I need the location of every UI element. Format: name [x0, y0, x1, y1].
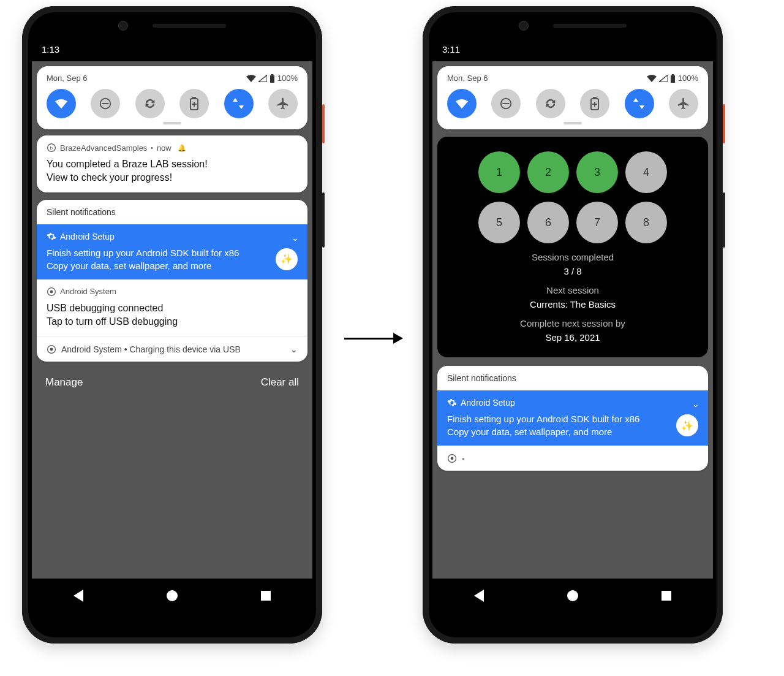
charging-text: Android System • Charging this device vi… — [61, 344, 285, 354]
magic-wand-icon: ✨ — [276, 248, 298, 270]
notification-collapsed[interactable]: ● — [437, 446, 708, 471]
earpiece-icon — [553, 24, 627, 28]
svg-point-23 — [451, 457, 454, 460]
notification-shade[interactable]: Mon, Sep 6 100% 1234 5678 Sessions compl… — [432, 61, 713, 579]
nav-back-icon[interactable] — [474, 590, 484, 602]
qs-tile-wifi[interactable] — [447, 89, 477, 118]
notif-title: You completed a Braze LAB session! — [47, 158, 298, 171]
phone-power-button — [322, 104, 325, 143]
app-icon: b — [47, 143, 56, 153]
svg-point-13 — [50, 347, 53, 351]
setup-header: Android Setup — [60, 232, 115, 241]
chevron-down-icon[interactable]: ⌄ — [290, 344, 298, 354]
nav-back-icon[interactable] — [74, 590, 83, 602]
status-bar: 3:11 — [432, 37, 713, 61]
qs-tile-data[interactable] — [224, 89, 254, 118]
earpiece-row — [423, 20, 723, 32]
due-value: Sep 16, 2021 — [545, 332, 600, 343]
notification-shade[interactable]: Mon, Sep 6 100% b BrazeAdvancedSam — [32, 61, 312, 579]
arrow-line — [344, 338, 393, 340]
screen-right: 3:11 Mon, Sep 6 100% 1234 — [432, 37, 713, 613]
phone-volume-button — [322, 192, 325, 248]
qs-tile-rotate[interactable] — [135, 89, 165, 118]
battery-text: 100% — [678, 74, 698, 83]
earpiece-row — [22, 20, 322, 32]
qs-tile-data[interactable] — [625, 89, 654, 118]
cell-icon — [258, 75, 267, 82]
clear-all-button[interactable]: Clear all — [261, 376, 299, 389]
front-camera-icon — [118, 21, 128, 31]
wifi-icon — [246, 75, 256, 82]
clock-text: 1:13 — [42, 44, 59, 55]
qs-tiles — [447, 89, 698, 118]
notification-progress[interactable]: 1234 5678 Sessions completed 3 / 8 Next … — [437, 137, 708, 357]
dot-icon: • — [151, 145, 153, 151]
gear-icon — [447, 398, 457, 408]
notif-app-name: BrazeAdvancedSamples — [60, 143, 147, 153]
android-system-icon — [47, 344, 56, 354]
data-icon — [633, 97, 646, 110]
qs-tile-wifi[interactable] — [47, 89, 76, 118]
navigation-bar — [432, 579, 713, 613]
svg-rect-5 — [192, 97, 196, 99]
qs-status-icons: 100% — [647, 74, 698, 83]
qs-handle[interactable] — [564, 122, 582, 124]
qs-tile-battery-saver[interactable] — [179, 89, 209, 118]
progress-row-2: 5678 — [478, 202, 667, 243]
progress-dot-2: 2 — [527, 151, 569, 193]
progress-dot-3: 3 — [576, 151, 618, 193]
setup-line2: Copy your data, set wallpaper, and more — [447, 425, 639, 438]
notification-braze[interactable]: b BrazeAdvancedSamples • now 🔔 You compl… — [37, 135, 307, 192]
next-session-label: Next session — [546, 285, 599, 295]
svg-point-11 — [50, 290, 53, 293]
transition-arrow — [344, 331, 403, 346]
qs-tile-battery-saver[interactable] — [580, 89, 609, 118]
cell-icon — [659, 75, 668, 82]
progress-row-1: 1234 — [478, 151, 667, 193]
nav-home-icon[interactable] — [567, 590, 578, 601]
dot-icon: ● — [462, 456, 465, 461]
svg-rect-0 — [270, 75, 274, 82]
qs-tile-dnd[interactable] — [91, 89, 120, 118]
airplane-icon — [677, 97, 690, 110]
notification-android-setup[interactable]: Android Setup ⌄ Finish setting up your A… — [437, 390, 708, 446]
front-camera-icon — [519, 21, 529, 31]
phone-power-button — [723, 104, 725, 143]
quick-settings-card[interactable]: Mon, Sep 6 100% — [437, 66, 708, 129]
progress-dot-8: 8 — [625, 202, 667, 243]
manage-button[interactable]: Manage — [45, 376, 83, 389]
magic-wand-icon: ✨ — [676, 414, 698, 436]
nav-recents-icon[interactable] — [261, 591, 271, 601]
qs-tile-rotate[interactable] — [536, 89, 565, 118]
chevron-down-icon[interactable]: ⌄ — [692, 399, 699, 409]
screen-left: 1:13 Mon, Sep 6 100% — [32, 37, 312, 613]
navigation-bar — [32, 579, 312, 613]
wifi-icon — [647, 75, 657, 82]
qs-header: Mon, Sep 6 100% — [47, 74, 298, 83]
notification-charging[interactable]: Android System • Charging this device vi… — [37, 336, 307, 362]
status-bar: 1:13 — [32, 37, 312, 61]
qs-handle[interactable] — [163, 122, 181, 124]
airplane-icon — [276, 97, 290, 110]
battery-text: 100% — [277, 74, 298, 83]
silent-label: Silent notifications — [437, 366, 708, 390]
nav-home-icon[interactable] — [167, 590, 178, 601]
rotate-icon — [544, 97, 557, 110]
chevron-down-icon[interactable]: ⌄ — [292, 233, 299, 243]
progress-dot-4: 4 — [625, 151, 667, 193]
battery-icon — [270, 74, 275, 83]
nav-recents-icon[interactable] — [662, 591, 671, 601]
phone-left: 1:13 Mon, Sep 6 100% — [22, 6, 322, 644]
quick-settings-card[interactable]: Mon, Sep 6 100% — [37, 66, 307, 129]
qs-date: Mon, Sep 6 — [47, 74, 88, 83]
qs-status-icons: 100% — [246, 74, 298, 83]
silent-label: Silent notifications — [37, 200, 307, 224]
notification-android-system[interactable]: Android System USB debugging connected T… — [37, 279, 307, 336]
qs-tile-airplane[interactable] — [669, 89, 698, 118]
progress-dot-6: 6 — [527, 202, 569, 243]
qs-tile-dnd[interactable] — [491, 89, 521, 118]
notification-android-setup[interactable]: Android Setup ⌄ Finish setting up your A… — [37, 224, 307, 279]
qs-tile-airplane[interactable] — [268, 89, 298, 118]
notif-header: b BrazeAdvancedSamples • now 🔔 — [47, 143, 298, 153]
clock-text: 3:11 — [442, 44, 460, 55]
